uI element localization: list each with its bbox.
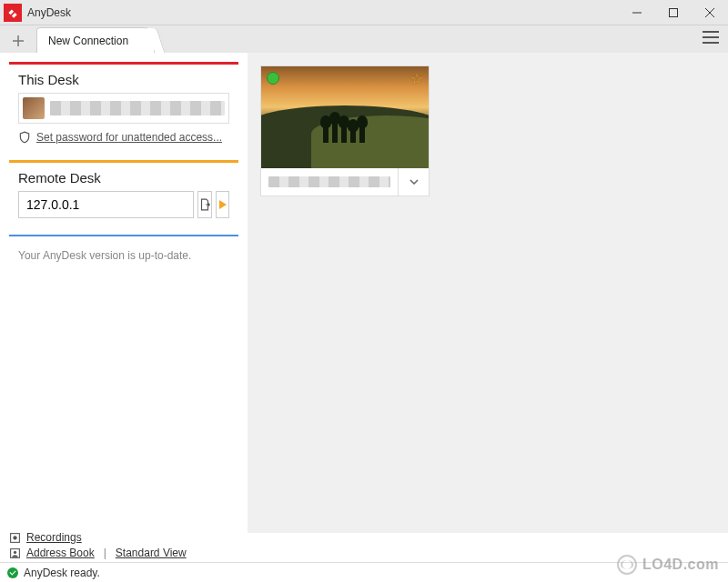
this-desk-id-redacted bbox=[50, 101, 225, 115]
update-status-text: Your AnyDesk version is up-to-date. bbox=[18, 244, 229, 267]
remote-desk-panel: Remote Desk bbox=[9, 160, 238, 229]
unattended-access-link[interactable]: Set password for unattended access... bbox=[36, 131, 222, 144]
plus-icon bbox=[13, 35, 24, 46]
file-transfer-icon bbox=[198, 198, 211, 211]
chevron-down-icon bbox=[410, 179, 419, 185]
app-logo bbox=[4, 4, 22, 22]
recent-connections-area: ☆ bbox=[248, 53, 728, 533]
recordings-link[interactable]: Recordings bbox=[26, 531, 82, 544]
avatar bbox=[23, 97, 45, 119]
address-book-icon bbox=[9, 547, 21, 559]
recordings-icon bbox=[9, 532, 21, 544]
status-ok-icon bbox=[7, 567, 18, 578]
minimize-button[interactable] bbox=[619, 0, 655, 25]
online-status-icon bbox=[267, 72, 279, 85]
maximize-button[interactable] bbox=[655, 0, 692, 25]
favorite-star-icon[interactable]: ☆ bbox=[410, 70, 423, 87]
close-button[interactable] bbox=[692, 0, 728, 25]
this-desk-heading: This Desk bbox=[18, 72, 229, 87]
update-panel: Your AnyDesk version is up-to-date. bbox=[9, 235, 238, 278]
this-desk-panel: This Desk Set password for unattended ac… bbox=[9, 62, 238, 155]
file-transfer-button[interactable] bbox=[197, 191, 212, 218]
window-title: AnyDesk bbox=[27, 6, 71, 19]
tab-bar: New Connection bbox=[0, 25, 728, 53]
address-book-link[interactable]: Address Book bbox=[26, 547, 95, 559]
connection-tile[interactable]: ☆ bbox=[260, 65, 430, 196]
standard-view-link[interactable]: Standard View bbox=[116, 547, 187, 559]
menu-button[interactable] bbox=[703, 31, 719, 44]
status-text: AnyDesk ready. bbox=[24, 567, 100, 579]
connection-thumbnail: ☆ bbox=[261, 66, 429, 168]
bottom-links: Recordings Address Book | Standard View bbox=[0, 528, 248, 562]
title-bar: AnyDesk bbox=[0, 0, 728, 25]
new-tab-button[interactable] bbox=[5, 29, 31, 53]
watermark: LO4D.com bbox=[617, 555, 719, 575]
remote-address-input[interactable] bbox=[18, 191, 194, 218]
svg-point-9 bbox=[14, 550, 16, 553]
connect-button[interactable] bbox=[216, 191, 229, 218]
globe-icon bbox=[617, 555, 637, 575]
this-desk-address[interactable] bbox=[18, 93, 229, 124]
tab-label: New Connection bbox=[48, 35, 128, 47]
tab-new-connection[interactable]: New Connection bbox=[36, 27, 155, 53]
connection-name-redacted bbox=[268, 176, 390, 187]
play-icon bbox=[219, 200, 227, 209]
shield-icon bbox=[18, 131, 31, 144]
svg-rect-1 bbox=[670, 8, 678, 16]
remote-desk-heading: Remote Desk bbox=[18, 170, 229, 186]
connection-menu-button[interactable] bbox=[398, 168, 429, 196]
watermark-text: LO4D.com bbox=[642, 557, 719, 573]
svg-point-7 bbox=[13, 536, 16, 539]
